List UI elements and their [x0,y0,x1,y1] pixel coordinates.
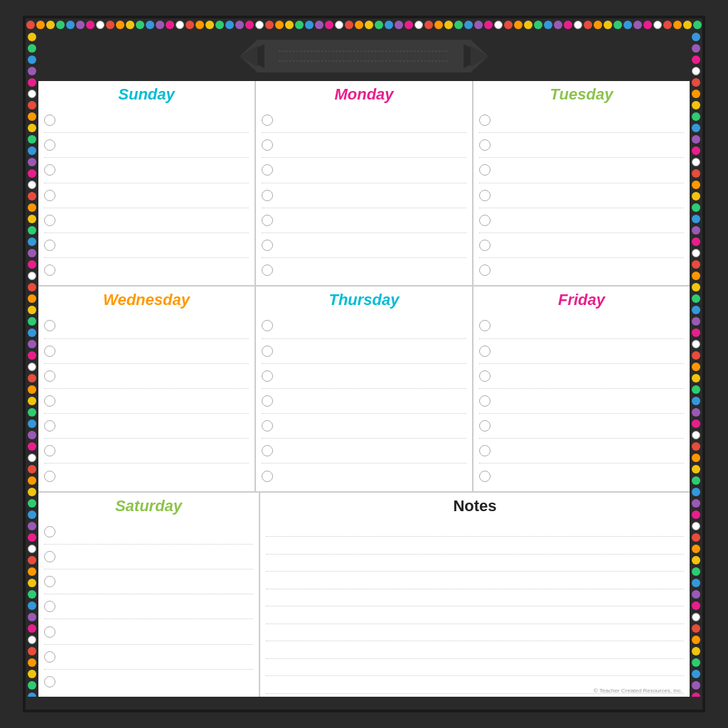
check-item[interactable] [262,314,466,338]
check-item[interactable] [479,439,684,464]
check-circle[interactable] [479,164,491,176]
check-item[interactable] [44,233,249,258]
check-item[interactable] [479,339,684,364]
check-circle[interactable] [44,471,55,482]
check-item[interactable] [479,208,684,233]
check-item[interactable] [262,133,466,158]
check-item[interactable] [479,364,684,389]
check-circle[interactable] [44,601,55,612]
check-circle[interactable] [44,240,55,251]
check-circle[interactable] [262,445,273,456]
check-item[interactable] [479,414,684,439]
check-item[interactable] [44,133,249,158]
check-item[interactable] [262,208,466,233]
check-item[interactable] [479,158,684,183]
check-item[interactable] [44,389,249,414]
check-circle[interactable] [479,420,491,432]
check-item[interactable] [262,389,466,414]
check-circle[interactable] [44,215,55,226]
check-circle[interactable] [479,240,491,251]
check-item[interactable] [44,208,249,233]
check-circle[interactable] [44,190,55,201]
check-item[interactable] [44,108,249,133]
check-circle[interactable] [44,164,55,176]
check-circle[interactable] [262,370,273,382]
check-item[interactable] [262,414,466,439]
check-circle[interactable] [479,215,491,226]
check-circle[interactable] [44,576,55,587]
check-circle[interactable] [262,320,273,331]
check-item[interactable] [479,233,684,258]
check-circle[interactable] [479,471,491,482]
check-circle[interactable] [262,215,273,226]
check-circle[interactable] [44,139,55,151]
check-circle[interactable] [44,551,55,562]
check-item[interactable] [262,439,466,464]
check-circle[interactable] [44,114,55,126]
check-circle[interactable] [262,395,273,407]
check-item[interactable] [479,183,684,208]
check-item[interactable] [262,233,466,258]
check-circle[interactable] [44,264,55,276]
check-item[interactable] [44,670,253,694]
check-circle[interactable] [44,346,55,357]
check-item[interactable] [262,108,466,133]
check-item[interactable] [262,183,466,208]
check-circle[interactable] [44,445,55,456]
check-item[interactable] [479,464,684,488]
check-item[interactable] [44,545,253,569]
check-circle[interactable] [262,190,273,201]
check-item[interactable] [44,464,249,488]
check-circle[interactable] [479,395,491,407]
check-item[interactable] [44,439,249,464]
check-circle[interactable] [479,445,491,456]
check-circle[interactable] [262,114,273,126]
check-circle[interactable] [479,190,491,201]
check-circle[interactable] [262,240,273,251]
check-circle[interactable] [44,626,55,638]
check-item[interactable] [479,389,684,414]
check-item[interactable] [44,569,253,594]
check-circle[interactable] [262,164,273,176]
check-item[interactable] [44,619,253,644]
check-circle[interactable] [479,320,491,331]
check-item[interactable] [262,258,466,282]
check-circle[interactable] [479,139,491,151]
check-item[interactable] [44,645,253,670]
check-circle[interactable] [479,264,491,276]
check-item[interactable] [44,158,249,183]
check-item[interactable] [44,594,253,619]
check-item[interactable] [44,520,253,545]
check-item[interactable] [44,339,249,364]
check-item[interactable] [262,464,466,488]
check-item[interactable] [44,314,249,338]
check-circle[interactable] [262,346,273,357]
check-circle[interactable] [44,370,55,382]
check-item[interactable] [44,183,249,208]
check-item[interactable] [479,133,684,158]
check-item[interactable] [44,258,249,282]
check-item[interactable] [262,158,466,183]
check-item[interactable] [44,414,249,439]
check-circle[interactable] [44,420,55,432]
check-circle[interactable] [479,370,491,382]
check-circle[interactable] [44,320,55,331]
check-circle[interactable] [479,346,491,357]
check-circle[interactable] [44,651,55,663]
check-circle[interactable] [479,114,491,126]
check-item[interactable] [262,364,466,389]
check-item[interactable] [44,364,249,389]
check-circle[interactable] [262,139,273,151]
check-item[interactable] [479,258,684,282]
check-item[interactable] [479,314,684,338]
check-item[interactable] [479,108,684,133]
border-dot [28,67,36,75]
check-circle[interactable] [262,420,273,432]
check-circle[interactable] [262,471,273,482]
check-circle[interactable] [44,526,55,537]
check-item[interactable] [262,339,466,364]
check-circle[interactable] [44,676,55,687]
check-circle[interactable] [44,395,55,407]
border-dot [196,21,204,29]
check-circle[interactable] [262,264,273,276]
